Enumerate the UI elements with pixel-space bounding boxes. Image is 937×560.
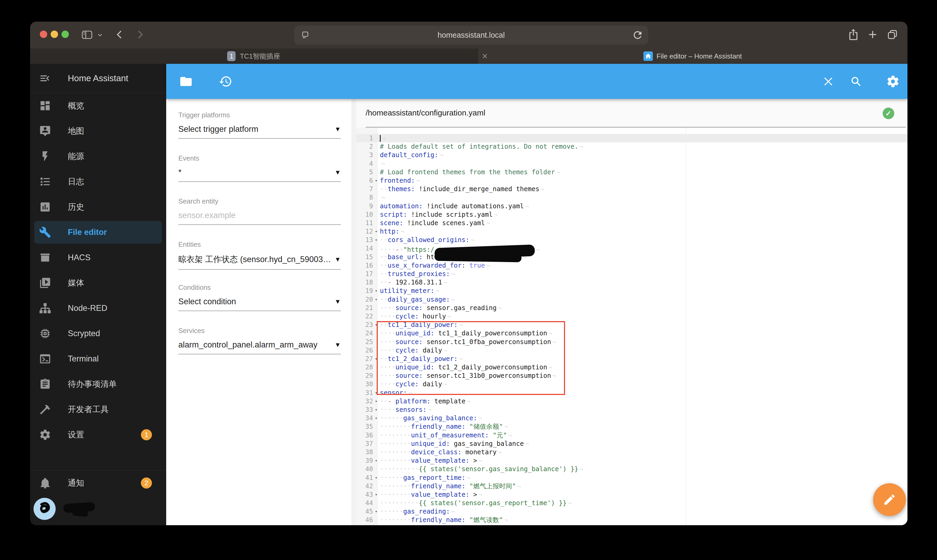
- sidebar-item-notifications[interactable]: 通知2: [30, 470, 166, 496]
- sidebar-item-媒体[interactable]: 媒体: [30, 270, 166, 295]
- code-line-2[interactable]: 2# Loads default set of integrations. Do…: [356, 142, 908, 151]
- back-icon[interactable]: [114, 28, 126, 41]
- sidebar-item-能源[interactable]: 能源: [30, 144, 166, 169]
- map-account-icon: [39, 125, 51, 137]
- select-input[interactable]: 晾衣架 工作状态 (sensor.hyd_cn_5900341...▼: [178, 254, 341, 265]
- tab-close-icon[interactable]: ✕: [480, 52, 489, 61]
- code-line-44[interactable]: 44··········{{ states('sensor.gas_report…: [356, 499, 908, 507]
- tab-overview-icon[interactable]: [886, 28, 898, 41]
- search-icon[interactable]: [850, 75, 862, 88]
- sidebar-item-设置[interactable]: 设置1: [30, 422, 166, 448]
- file-path-bar[interactable]: /homeassistant/configuration.yaml ✓: [356, 99, 908, 128]
- sidebar-item-地图[interactable]: 地图: [30, 118, 166, 144]
- code-line-35[interactable]: 35········friendly_name: "储值余额"¬: [356, 422, 908, 431]
- code-line-1[interactable]: 1¬: [356, 134, 908, 142]
- code-line-45[interactable]: 45▾······gas_reading:¬: [356, 507, 908, 516]
- new-tab-icon[interactable]: [866, 28, 879, 41]
- folder-icon[interactable]: [179, 75, 193, 88]
- code-line-10[interactable]: 10script: !include scripts.yaml¬: [356, 211, 908, 219]
- chevron-down-icon[interactable]: [97, 32, 103, 38]
- code-line-33[interactable]: 33▾····sensors:¬: [356, 406, 908, 414]
- selected-value: alarm_control_panel.alarm_arm_away: [178, 340, 331, 349]
- sidebar-item-开发者工具[interactable]: 开发者工具: [30, 397, 166, 422]
- minimize-window-button[interactable]: [51, 31, 58, 38]
- code-line-42[interactable]: 42········friendly_name: "燃气上报时间"¬: [356, 482, 908, 491]
- fold-arrow-icon[interactable]: ▾: [373, 406, 379, 414]
- fold-arrow-icon[interactable]: ▾: [373, 474, 379, 482]
- code-line-8[interactable]: 8¬: [356, 193, 908, 202]
- code-line-7[interactable]: 7··themes: !include_dir_merge_named them…: [356, 185, 908, 193]
- select-input[interactable]: Select trigger platform▼: [178, 125, 341, 134]
- forward-icon[interactable]: [134, 28, 146, 41]
- code-line-5[interactable]: 5# Load frontend themes from the themes …: [356, 168, 908, 176]
- code-line-13[interactable]: 13▾··cors_allowed_origins:¬: [356, 236, 908, 244]
- dropdown-arrow-icon: ▼: [334, 169, 341, 176]
- code-line-11[interactable]: 11scene: !include scenes.yaml¬: [356, 219, 908, 227]
- code-line-9[interactable]: 9automation: !include automations.yaml¬: [356, 202, 908, 211]
- code-line-21[interactable]: 21····source: sensor.gas_reading¬: [356, 304, 908, 312]
- eol-mark: ¬: [471, 237, 474, 243]
- menu-collapse-icon[interactable]: [39, 72, 51, 84]
- reload-icon[interactable]: [632, 29, 643, 41]
- code-line-17[interactable]: 17··trusted_proxies:¬: [356, 270, 908, 278]
- sidebar-item-node-red[interactable]: Node-RED: [30, 295, 166, 321]
- fold-arrow-icon[interactable]: ▾: [373, 456, 379, 465]
- zoom-window-button[interactable]: [62, 31, 69, 38]
- fold-arrow-icon[interactable]: ▾: [373, 491, 379, 499]
- sidebar-toggle-icon[interactable]: [81, 28, 93, 41]
- panel-scrollbar[interactable]: [351, 99, 356, 525]
- address-bar[interactable]: homeassistant.local: [294, 26, 648, 45]
- code-line-37[interactable]: 37········unique_id: gas_saving_balance¬: [356, 440, 908, 448]
- fold-arrow-icon[interactable]: ▾: [373, 227, 379, 236]
- code-line-34[interactable]: 34▾······gas_saving_balance:¬: [356, 414, 908, 422]
- fold-arrow-icon[interactable]: ▾: [373, 397, 379, 406]
- close-icon[interactable]: [822, 75, 835, 88]
- select-input[interactable]: alarm_control_panel.alarm_arm_away▼: [178, 340, 341, 349]
- code-line-38[interactable]: 38········device_class: monetary¬: [356, 448, 908, 456]
- fold-arrow-icon[interactable]: ▾: [373, 236, 379, 244]
- fold-arrow-icon[interactable]: ▾: [373, 295, 379, 304]
- sidebar-item-概览[interactable]: 概览: [30, 93, 166, 118]
- code-line-39[interactable]: 39▾········value_template: >¬: [356, 456, 908, 465]
- sidebar-item-hacs[interactable]: HACS: [30, 245, 166, 270]
- code-line-41[interactable]: 41▾······gas_report_time:¬: [356, 474, 908, 482]
- sidebar-item-scrypted[interactable]: Scrypted: [30, 321, 166, 346]
- fold-arrow-icon[interactable]: ▾: [373, 507, 379, 516]
- code-line-15[interactable]: 15··base_url: ht¬: [356, 253, 908, 261]
- code-line-18[interactable]: 18··- 192.168.31.1¬: [356, 278, 908, 286]
- share-icon[interactable]: [847, 28, 860, 41]
- text-input[interactable]: sensor.example: [178, 211, 341, 220]
- gear-icon[interactable]: [886, 75, 900, 88]
- sidebar-item-file-editor[interactable]: File editor: [30, 220, 166, 245]
- tab-file-editor[interactable]: ✕ File editor – Home Assistant: [478, 49, 908, 64]
- code-line-19[interactable]: 19▾utility_meter:¬: [356, 286, 908, 295]
- fold-arrow-icon[interactable]: ▾: [373, 414, 379, 422]
- code-line-40[interactable]: 40··········{{ states('sensor.gas_saving…: [356, 465, 908, 473]
- sidebar-item-terminal[interactable]: Terminal: [30, 346, 166, 371]
- code-line-14[interactable]: 14····-·"https:/¬: [356, 244, 908, 252]
- sidebar-item-待办事项清单[interactable]: 待办事项清单: [30, 371, 166, 397]
- code-line-36[interactable]: 36········unit_of_measurement: "元"¬: [356, 431, 908, 440]
- select-input[interactable]: *▼: [178, 168, 341, 177]
- fold-arrow-icon[interactable]: ▾: [373, 286, 379, 295]
- edit-fab-button[interactable]: [873, 483, 906, 516]
- code-line-16[interactable]: 16··use_x_forwarded_for: true¬: [356, 261, 908, 270]
- close-window-button[interactable]: [40, 31, 47, 38]
- code-line-3[interactable]: 3default_config:¬: [356, 151, 908, 159]
- user-profile[interactable]: [30, 496, 166, 525]
- code-line-43[interactable]: 43▾········value_template: >¬: [356, 491, 908, 499]
- select-input[interactable]: Select condition▼: [178, 297, 341, 306]
- code-line-22[interactable]: 22····cycle: hourly¬: [356, 312, 908, 321]
- code-line-20[interactable]: 20▾··daily_gas_usage:¬: [356, 295, 908, 304]
- tab-tc1-smart-plug[interactable]: 1 TC1智能插座: [30, 49, 478, 64]
- code-line-4[interactable]: 4¬: [356, 160, 908, 168]
- code-line-32[interactable]: 32▾··- platform: template¬: [356, 397, 908, 406]
- code-line-46[interactable]: 46········friendly_name: "燃气读数"¬: [356, 516, 908, 524]
- code-line-6[interactable]: 6▾frontend:¬: [356, 176, 908, 185]
- code-line-12[interactable]: 12▾http:¬: [356, 227, 908, 236]
- history-icon[interactable]: [219, 75, 233, 88]
- sidebar-item-历史[interactable]: 历史: [30, 194, 166, 220]
- sidebar-item-日志[interactable]: 日志: [30, 169, 166, 194]
- code-editor[interactable]: 1¬2# Loads default set of integrations. …: [356, 128, 908, 525]
- fold-arrow-icon[interactable]: ▾: [373, 176, 379, 185]
